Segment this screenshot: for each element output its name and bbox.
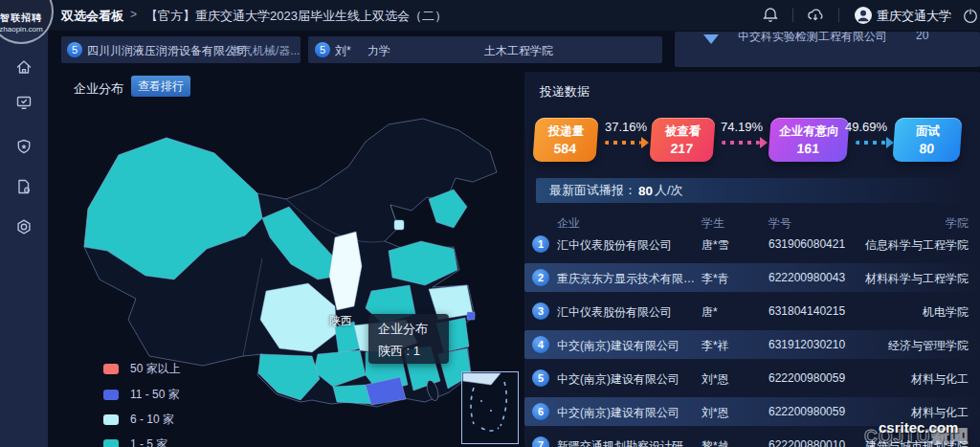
table-header: 企业 学生 学号 学院 bbox=[524, 215, 980, 231]
row-index-badge: 6 bbox=[532, 403, 549, 420]
logo-subtext: zhaopin.com bbox=[0, 25, 43, 34]
funnel-arrowhead bbox=[641, 137, 649, 148]
row-index-badge: 1 bbox=[532, 235, 549, 253]
enterprise-map-panel: 企业分布 查看排行 陕西 企业分布 陕西 : 1 50 家以上 bbox=[61, 72, 522, 447]
cell-college: 信息科学与工程学院 bbox=[865, 237, 969, 254]
chevron-down-icon bbox=[703, 34, 719, 44]
table-row: 4 中交(南京)建设有限公司 李*祥 631912030210 经济与管理学院 bbox=[524, 330, 980, 359]
settings-icon[interactable] bbox=[14, 217, 33, 236]
legend-swatch bbox=[103, 439, 119, 447]
cell-college: 材料科学与工程学院 bbox=[865, 271, 969, 287]
shield-star-icon[interactable] bbox=[14, 137, 33, 156]
south-china-sea-inset bbox=[461, 371, 519, 444]
cell-student-id: 631804140215 bbox=[768, 304, 845, 318]
company-feed-item: 5 四川川润液压润滑设备有限公司 电气机械/器... bbox=[61, 36, 301, 63]
legend-swatch bbox=[103, 364, 119, 374]
cloud-download-icon[interactable] bbox=[806, 6, 825, 25]
table-row: 5 中交(南京)建设有限公司 刘*恩 622200980059 材料与化工 bbox=[524, 364, 980, 392]
cell-student: 李*祥 bbox=[702, 338, 729, 354]
cell-student: 唐*雪 bbox=[702, 237, 729, 254]
legend-swatch bbox=[103, 414, 119, 425]
watermark-text: csritec.com bbox=[879, 419, 958, 436]
student-feed-item: 5 刘* 力学 土木工程学院 bbox=[308, 36, 662, 63]
conversion-rate: 74.19% bbox=[720, 120, 764, 134]
funnel-arrowhead bbox=[760, 137, 768, 148]
feed-college: 土木工程学院 bbox=[484, 43, 553, 59]
logo-text: 智联招聘 bbox=[0, 11, 42, 25]
funnel-arrow bbox=[856, 141, 886, 145]
feed-company: 四川川润液压润滑设备有限公司 bbox=[87, 43, 248, 59]
map-panel-title: 企业分布 bbox=[74, 80, 123, 98]
company-rank-card: 中交科实验检测工程有限公司 20 bbox=[675, 32, 980, 67]
cell-student-id: 631912030210 bbox=[768, 338, 845, 351]
conversion-rate: 49.69% bbox=[844, 120, 888, 134]
legend-swatch bbox=[103, 390, 119, 400]
feed-student: 刘* bbox=[335, 43, 351, 59]
funnel-arrow bbox=[605, 141, 641, 145]
power-icon[interactable] bbox=[961, 6, 980, 25]
cell-student-id: 622200980043 bbox=[768, 271, 845, 284]
topbar-divider bbox=[838, 8, 839, 22]
top-bar: 双选会看板 > 【官方】重庆交通大学2023届毕业生线上双选会（二） 重庆交通大… bbox=[0, 0, 980, 31]
table-row: 2 重庆京东方显示技术有限公司 李*青 622200980043 材料科学与工程… bbox=[524, 263, 980, 292]
breadcrumb-separator: > bbox=[130, 8, 137, 21]
province-label: 陕西 bbox=[329, 313, 352, 329]
feed-major: 力学 bbox=[368, 43, 390, 59]
cell-company: 中交(南京)建设有限公司 bbox=[557, 371, 679, 388]
row-index-badge: 4 bbox=[532, 336, 549, 353]
cell-student: 刘*恩 bbox=[702, 405, 729, 421]
interview-table: 1 汇中仪表股份有限公司 唐*雪 631906080421 信息科学与工程学院 … bbox=[524, 230, 980, 447]
cell-college: 材料与化工 bbox=[911, 371, 969, 388]
funnel-arrow bbox=[722, 141, 760, 145]
bell-icon[interactable] bbox=[761, 6, 780, 25]
conversion-rate: 37.16% bbox=[605, 120, 647, 134]
cell-student: 黎*越 bbox=[702, 438, 729, 447]
cell-college: 经济与管理学院 bbox=[888, 338, 969, 354]
document-gear-icon[interactable] bbox=[14, 177, 33, 196]
view-ranking-button[interactable]: 查看排行 bbox=[131, 76, 190, 97]
cell-company: 汇中仪表股份有限公司 bbox=[557, 304, 672, 321]
delivery-panel-title: 投递数据 bbox=[540, 83, 590, 101]
funnel-stage-interested: 企业有意向161 bbox=[768, 118, 849, 162]
cell-student-id: 622200880010 bbox=[768, 438, 845, 447]
cell-company: 中交(南京)建设有限公司 bbox=[557, 338, 679, 354]
table-row: 1 汇中仪表股份有限公司 唐*雪 631906080421 信息科学与工程学院 bbox=[524, 230, 980, 258]
broadcast-unit: 人/次 bbox=[655, 182, 683, 199]
monitor-check-icon[interactable] bbox=[14, 93, 33, 112]
rank-row-partial: 中交科实验检测工程有限公司 20 bbox=[675, 32, 980, 43]
home-icon[interactable] bbox=[14, 57, 33, 77]
feed-count-badge: 5 bbox=[315, 42, 330, 57]
funnel-stage-interview: 面试80 bbox=[892, 118, 962, 162]
row-index-badge: 3 bbox=[532, 302, 549, 320]
cell-student: 刘*恩 bbox=[702, 371, 729, 388]
cell-student: 李*青 bbox=[702, 271, 729, 287]
legend-item: 11 - 50 家 bbox=[103, 388, 180, 401]
legend-item: 6 - 10 家 bbox=[103, 413, 174, 426]
topbar-divider bbox=[792, 8, 793, 22]
user-avatar[interactable] bbox=[854, 6, 873, 25]
user-name[interactable]: 重庆交通大学 bbox=[877, 8, 951, 25]
delivery-data-panel: 投递数据 投递量584 37.16% 被查看217 74.19% 企业有意向16… bbox=[524, 72, 980, 447]
cell-student-id: 622200980059 bbox=[768, 405, 845, 418]
cell-company: 重庆京东方显示技术有限公司 bbox=[557, 271, 699, 287]
map-tooltip: 企业分布 陕西 : 1 bbox=[368, 314, 449, 364]
interview-broadcast-bar: 最新面试播报： 80 人/次 bbox=[536, 178, 965, 203]
rank-company: 中交科实验检测工程有限公司 bbox=[738, 32, 887, 45]
legend-item: 50 家以上 bbox=[103, 362, 181, 375]
feed-count-badge: 5 bbox=[67, 42, 82, 57]
row-index-badge: 5 bbox=[532, 369, 549, 387]
cell-college: 机电学院 bbox=[923, 304, 969, 321]
row-index-badge: 7 bbox=[532, 436, 549, 447]
broadcast-value: 80 bbox=[638, 184, 653, 198]
cell-company: 新疆交通规划勘察设计研究院... bbox=[557, 438, 699, 447]
cell-student-id: 631906080421 bbox=[768, 237, 845, 251]
breadcrumb-root[interactable]: 双选会看板 bbox=[61, 8, 123, 25]
page-title: 【官方】重庆交通大学2023届毕业生线上双选会（二） bbox=[145, 8, 447, 25]
feed-industry: 电气机械/器... bbox=[230, 43, 300, 59]
sidebar bbox=[0, 31, 48, 447]
rank-count: 20 bbox=[916, 32, 928, 42]
cell-student-id: 622200980059 bbox=[768, 371, 845, 385]
cell-student: 唐* bbox=[702, 304, 718, 321]
tooltip-title: 企业分布 bbox=[378, 321, 439, 338]
table-row: 3 汇中仪表股份有限公司 唐* 631804140215 机电学院 bbox=[524, 297, 980, 325]
